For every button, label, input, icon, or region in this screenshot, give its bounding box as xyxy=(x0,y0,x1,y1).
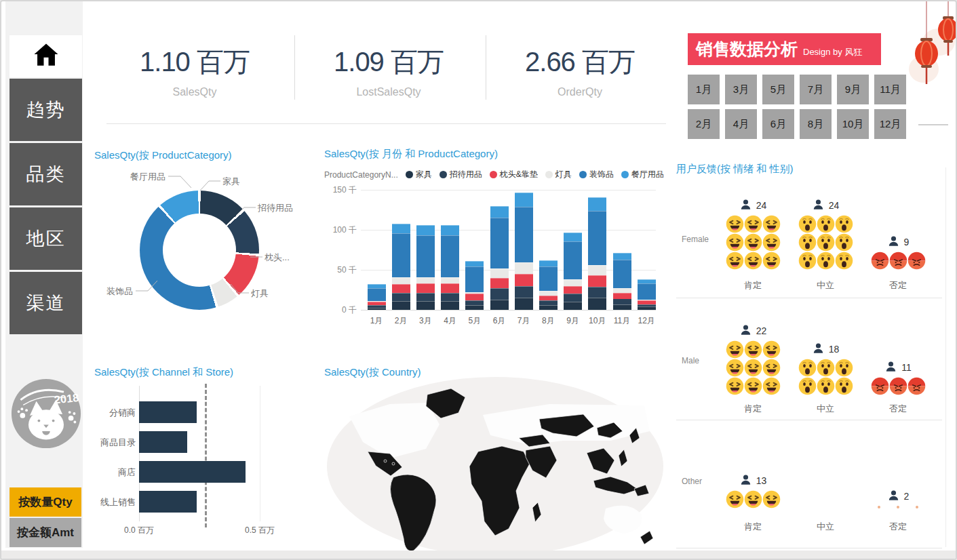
month-button-11月[interactable]: 11月 xyxy=(874,75,906,104)
bar-segment-灯具[interactable] xyxy=(392,277,410,285)
bar-segment-家具[interactable] xyxy=(490,300,509,310)
feedback-group-Male-否定[interactable]: 11 xyxy=(865,360,931,395)
feedback-group-Female-中立[interactable]: 24 xyxy=(793,198,858,270)
bar-segment-招待用品[interactable] xyxy=(416,293,435,301)
bar-segment-灯具[interactable] xyxy=(539,291,558,296)
bar-segment-装饰品[interactable] xyxy=(588,211,606,265)
channel-bar-线上销售[interactable] xyxy=(139,491,197,513)
bar-segment-餐厅用品[interactable] xyxy=(613,253,631,259)
month-button-12月[interactable]: 12月 xyxy=(874,109,906,139)
channel-bar-商店[interactable] xyxy=(139,461,246,483)
legend-item-枕头&靠垫[interactable]: 枕头&靠垫 xyxy=(490,169,538,180)
bar-segment-装饰品[interactable] xyxy=(613,260,631,289)
bar-segment-灯具[interactable] xyxy=(441,277,459,283)
bar-segment-装饰品[interactable] xyxy=(368,288,386,301)
bar-segment-灯具[interactable] xyxy=(515,262,533,274)
bar-segment-灯具[interactable] xyxy=(613,288,631,293)
month-button-8月[interactable]: 8月 xyxy=(800,109,832,139)
month-button-3月[interactable]: 3月 xyxy=(725,75,757,104)
month-button-1月[interactable]: 1月 xyxy=(688,75,720,104)
channel-bar-商品目录[interactable] xyxy=(139,431,187,453)
bar-segment-装饰品[interactable] xyxy=(515,207,533,263)
bar-segment-枕头&靠垫[interactable] xyxy=(539,296,558,300)
legend-item-装饰品[interactable]: 装饰品 xyxy=(579,169,614,180)
bar-segment-招待用品[interactable] xyxy=(515,286,533,298)
bar-segment-灯具[interactable] xyxy=(588,265,606,275)
month-button-9月[interactable]: 9月 xyxy=(837,75,869,104)
bar-segment-装饰品[interactable] xyxy=(539,266,558,290)
month-button-2月[interactable]: 2月 xyxy=(688,109,720,139)
bar-segment-餐厅用品[interactable] xyxy=(539,260,558,266)
sidebar-item-2[interactable]: 品类 xyxy=(9,143,82,205)
bar-segment-装饰品[interactable] xyxy=(638,283,656,300)
bar-segment-家具[interactable] xyxy=(416,301,435,310)
bar-segment-灯具[interactable] xyxy=(416,277,435,283)
legend-item-餐厅用品[interactable]: 餐厅用品 xyxy=(621,169,664,180)
bar-segment-家具[interactable] xyxy=(515,298,533,310)
bar-segment-餐厅用品[interactable] xyxy=(490,206,509,218)
bar-segment-枕头&靠垫[interactable] xyxy=(613,293,631,298)
bar-segment-枕头&靠垫[interactable] xyxy=(441,283,459,293)
feedback-group-Other-肯定[interactable]: 13 xyxy=(720,473,785,508)
month-button-7月[interactable]: 7月 xyxy=(800,75,832,104)
month-button-6月[interactable]: 6月 xyxy=(762,109,794,139)
bar-segment-餐厅用品[interactable] xyxy=(416,225,435,235)
bar-segment-装饰品[interactable] xyxy=(564,241,582,280)
bar-segment-家具[interactable] xyxy=(564,302,582,310)
bar-segment-枕头&靠垫[interactable] xyxy=(564,286,582,294)
bar-segment-招待用品[interactable] xyxy=(539,300,558,305)
bar-segment-餐厅用品[interactable] xyxy=(564,233,582,241)
bar-segment-枕头&靠垫[interactable] xyxy=(490,278,509,288)
feedback-group-Male-肯定[interactable]: 22 xyxy=(720,323,785,395)
bar-segment-装饰品[interactable] xyxy=(392,233,410,277)
bar-segment-枕头&靠垫[interactable] xyxy=(416,283,435,293)
bar-segment-装饰品[interactable] xyxy=(465,266,484,292)
bar-segment-家具[interactable] xyxy=(465,305,484,310)
bar-segment-灯具[interactable] xyxy=(368,301,386,302)
slicer-scrollbar[interactable] xyxy=(918,124,948,125)
bar-segment-餐厅用品[interactable] xyxy=(515,193,533,207)
world-map[interactable] xyxy=(326,376,665,560)
feedback-group-Female-肯定[interactable]: 24 xyxy=(720,198,785,270)
home-button[interactable] xyxy=(9,35,82,77)
feedback-group-Male-中立[interactable]: 18 xyxy=(793,342,858,395)
bar-segment-餐厅用品[interactable] xyxy=(588,197,606,211)
bar-segment-招待用品[interactable] xyxy=(638,304,656,307)
bar-segment-灯具[interactable] xyxy=(638,300,656,300)
bar-segment-家具[interactable] xyxy=(392,301,410,310)
bar-segment-家具[interactable] xyxy=(588,298,606,310)
bar-segment-餐厅用品[interactable] xyxy=(465,261,484,266)
legend-item-灯具[interactable]: 灯具 xyxy=(545,169,572,180)
bar-segment-灯具[interactable] xyxy=(564,279,582,285)
sidebar-item-4[interactable]: 渠道 xyxy=(9,272,82,334)
bar-segment-家具[interactable] xyxy=(638,306,656,310)
bar-segment-招待用品[interactable] xyxy=(564,294,582,302)
month-button-4月[interactable]: 4月 xyxy=(725,109,757,139)
bar-segment-枕头&靠垫[interactable] xyxy=(515,274,533,286)
bar-segment-招待用品[interactable] xyxy=(368,305,386,308)
bar-segment-家具[interactable] xyxy=(441,301,459,310)
bar-segment-枕头&靠垫[interactable] xyxy=(465,294,484,300)
bar-segment-装饰品[interactable] xyxy=(416,235,435,277)
bar-segment-招待用品[interactable] xyxy=(441,293,459,301)
bar-segment-家具[interactable] xyxy=(539,305,558,310)
channel-bar-分销商[interactable] xyxy=(139,401,197,423)
bar-segment-餐厅用品[interactable] xyxy=(392,224,410,233)
bar-segment-家具[interactable] xyxy=(613,304,631,310)
bar-segment-枕头&靠垫[interactable] xyxy=(588,275,606,287)
bar-segment-餐厅用品[interactable] xyxy=(441,225,459,235)
bar-segment-招待用品[interactable] xyxy=(613,298,631,304)
bar-segment-枕头&靠垫[interactable] xyxy=(368,302,386,305)
feedback-group-Female-否定[interactable]: 9 xyxy=(865,235,931,270)
sidebar-item-3[interactable]: 地区 xyxy=(9,207,82,270)
bar-segment-灯具[interactable] xyxy=(490,268,509,278)
by-amount-button[interactable]: 按金额Amt xyxy=(9,518,81,547)
bar-segment-装饰品[interactable] xyxy=(490,218,509,268)
month-button-10月[interactable]: 10月 xyxy=(837,109,869,139)
bar-segment-灯具[interactable] xyxy=(465,292,484,294)
bar-segment-枕头&靠垫[interactable] xyxy=(392,284,410,293)
legend-item-招待用品[interactable]: 招待用品 xyxy=(440,169,482,180)
month-button-5月[interactable]: 5月 xyxy=(762,75,794,104)
bar-segment-招待用品[interactable] xyxy=(588,287,606,298)
bar-segment-招待用品[interactable] xyxy=(392,293,410,301)
